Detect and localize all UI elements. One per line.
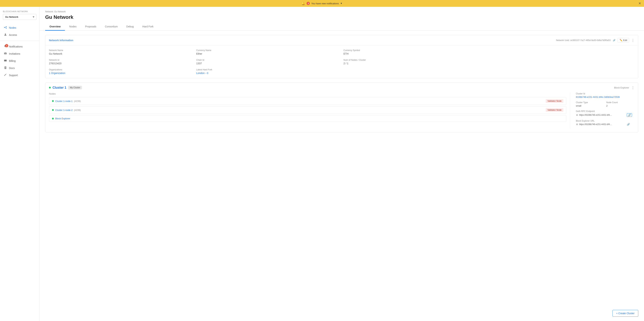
svg-rect-8: [4, 60, 7, 60]
network-name-cell: Network Name Gu Network: [49, 49, 193, 55]
orgs-cell: Organizations 1 Organization: [49, 68, 193, 74]
edit-button[interactable]: ✏️ Edit: [618, 38, 629, 42]
network-id-label: Network Id: [49, 59, 193, 61]
cluster-id-value: 8108b746-e151-4431-bf4c-3d0b0ea72539: [576, 96, 634, 98]
explorer-status-dot: [52, 118, 54, 119]
network-id-value: 276313420: [49, 62, 193, 65]
sidebar-item-support[interactable]: Support: [0, 72, 39, 79]
billing-nav-label: Billing: [9, 59, 16, 62]
cluster-status-dot: [49, 87, 51, 88]
hard-fork-value[interactable]: London - 0: [196, 72, 340, 74]
hard-fork-label: Latest Hard Fork: [196, 68, 340, 71]
sidebar-item-access[interactable]: Access: [0, 31, 39, 38]
sidebar: Blockchain Network Gu Network Nodes: [0, 7, 40, 321]
block-url-label: Block Explorer URL: [576, 120, 634, 122]
node-count-value: 2: [606, 104, 635, 107]
cluster-nodes-section: Nodes Cluster 1-node-1 (#239) Validator …: [49, 92, 566, 129]
chain-id-cell: Chain Id 1337: [196, 59, 340, 65]
chain-id-value: 1337: [196, 62, 340, 65]
access-nav-label: Access: [9, 33, 17, 36]
billing-icon: [4, 59, 7, 63]
tab-overview[interactable]: Overview: [45, 23, 65, 31]
notifications-count-badge: 3: [5, 44, 8, 47]
network-name-value: Gu Network: [49, 52, 193, 55]
node2-name[interactable]: Cluster 1-node-2: [55, 109, 72, 111]
page-title: Gu Network: [45, 14, 638, 20]
sidebar-item-notifications[interactable]: 3 Notifications: [0, 43, 39, 50]
chain-id-label: Chain Id: [196, 59, 340, 61]
more-options-button[interactable]: ⋮: [631, 38, 634, 42]
node-row-1: Cluster 1-node-1 (#239) Validator Node: [49, 97, 566, 105]
cluster-type-count-row: Cluster Type small Node Count 2: [576, 101, 634, 107]
orgs-label: Organizations: [49, 68, 193, 71]
tab-consortium[interactable]: Consortium: [100, 23, 122, 31]
uuid-value: ce300107-7a17-465d-9a30-0d6a7d0f0a53: [570, 39, 611, 41]
tab-debug[interactable]: Debug: [122, 23, 138, 31]
currency-name-label: Currency Name: [196, 49, 340, 52]
server-icon-2: 🖥: [576, 123, 578, 126]
node1-status-dot: [52, 100, 54, 102]
chevron-down-icon[interactable]: ▼: [340, 2, 342, 5]
tab-nodes[interactable]: Nodes: [65, 23, 81, 31]
network-select[interactable]: Gu Network: [3, 14, 36, 20]
sidebar-item-nodes[interactable]: Nodes: [0, 24, 39, 31]
main-content: Network: Gu Network Gu Network Overview …: [40, 7, 644, 321]
support-icon: [4, 73, 7, 77]
cluster-card: Cluster 1 My Cluster Block Explorer ⋮ No…: [45, 83, 638, 132]
node1-id: (#239): [74, 100, 81, 102]
notifications-nav-label: Notifications: [9, 45, 22, 48]
rpc-endpoint-row: Geth RPC Endpoint 🖥 https://8108b746-e15…: [576, 110, 634, 117]
edit-pencil-icon: ✏️: [620, 39, 622, 41]
node-count-label: Node Count: [606, 101, 635, 104]
docs-nav-label: Docs: [9, 67, 15, 69]
currency-symbol-value: ETH: [344, 52, 487, 55]
cluster-title-area: Cluster 1 My Cluster: [49, 86, 82, 90]
block-explorer-button[interactable]: Block Explorer: [614, 86, 629, 89]
rpc-label: Geth RPC Endpoint: [576, 110, 634, 112]
cluster-type-value: small: [576, 104, 604, 107]
edit-label: Edit: [623, 39, 627, 41]
nodes-icon: [4, 26, 7, 29]
block-explorer-row: Block Explorer: [49, 115, 566, 122]
block-url-copy-button[interactable]: 🔗: [627, 123, 630, 126]
tab-proposals[interactable]: Proposals: [81, 23, 100, 31]
notification-text: You have new notifications: [311, 2, 339, 5]
cluster-more-options-button[interactable]: ⋮: [631, 86, 634, 90]
notification-message[interactable]: 🔔 3 You have new notifications ▼: [302, 2, 342, 5]
network-uuid: Network Uuid: ce300107-7a17-465d-9a30-0d…: [556, 39, 610, 41]
network-name-label: Network Name: [49, 49, 193, 52]
person-icon: [4, 33, 7, 37]
block-explorer-link[interactable]: Block Explorer: [55, 117, 70, 120]
network-info-body: Network Name Gu Network Currency Name Et…: [45, 45, 638, 78]
node1-name[interactable]: Cluster 1-node-1: [55, 100, 72, 102]
breadcrumb: Network: Gu Network: [45, 10, 638, 13]
cluster-body: Nodes Cluster 1-node-1 (#239) Validator …: [45, 92, 638, 132]
block-url-text: https://8108b746-e151-4431-bf4cbwv5xlt35…: [579, 123, 626, 126]
sidebar-nav: Nodes Access 3: [0, 23, 39, 80]
cluster-id-label: Cluster Id: [576, 92, 634, 95]
server-icon: 🖥: [576, 114, 578, 116]
currency-name-value: Ether: [196, 52, 340, 55]
network-section-label: Blockchain Network: [3, 10, 36, 12]
orgs-value[interactable]: 1 Organization: [49, 72, 193, 74]
svg-rect-6: [4, 52, 7, 54]
network-info-actions: Network Uuid: ce300107-7a17-465d-9a30-0d…: [556, 38, 634, 42]
node-row-2: Cluster 1-node-2 (#239) Validator Node: [49, 106, 566, 114]
tab-hardfork[interactable]: Hard Fork: [138, 23, 158, 31]
create-cluster-button[interactable]: + Create Cluster: [612, 310, 638, 317]
block-url-redacted: [610, 123, 624, 126]
close-banner-button[interactable]: ✕: [638, 1, 641, 5]
sidebar-item-invitations[interactable]: Invitations: [0, 50, 39, 57]
cluster-info-section: Cluster Id 8108b746-e151-4431-bf4c-3d0b0…: [570, 92, 634, 129]
svg-point-2: [6, 28, 7, 28]
link-icon[interactable]: 🔗: [613, 39, 616, 41]
tabs-bar: Overview Nodes Proposals Consortium Debu…: [40, 23, 644, 31]
sidebar-item-docs[interactable]: Docs: [0, 64, 39, 72]
sidebar-item-billing[interactable]: Billing: [0, 57, 39, 64]
svg-point-5: [5, 33, 6, 34]
rpc-copy-button[interactable]: 🔗: [627, 113, 632, 117]
svg-point-1: [6, 26, 7, 27]
node1-validator-badge: Validator Node: [546, 99, 564, 103]
svg-line-3: [5, 27, 6, 27]
network-info-card: Network Information Network Uuid: ce3001…: [45, 35, 638, 78]
